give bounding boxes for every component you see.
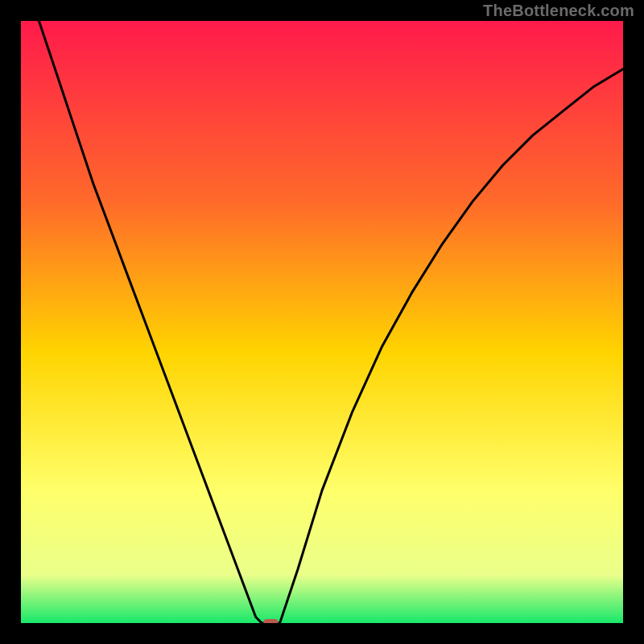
plot-area [21, 21, 623, 623]
optimal-marker [263, 619, 278, 623]
gradient-background [21, 21, 623, 623]
chart-frame: TheBottleneck.com [0, 0, 644, 644]
chart-svg [21, 21, 623, 623]
watermark-text: TheBottleneck.com [483, 2, 634, 20]
